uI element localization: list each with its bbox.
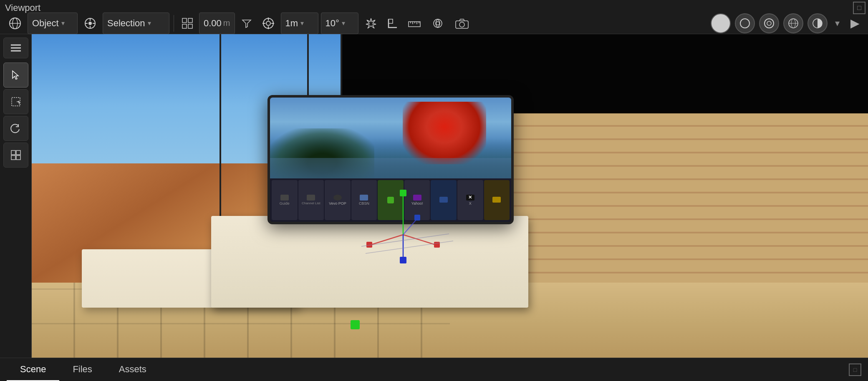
- separator-1: [174, 15, 174, 32]
- position-value[interactable]: 0.00 m: [199, 13, 235, 34]
- svg-rect-40: [11, 150, 15, 155]
- visibility-btn[interactable]: [427, 13, 449, 34]
- svg-point-14: [266, 21, 270, 25]
- selection-chevron: ▾: [148, 19, 151, 27]
- svg-point-25: [434, 19, 442, 28]
- grid-btn[interactable]: [178, 13, 197, 34]
- svg-point-26: [436, 22, 439, 25]
- svg-point-30: [765, 19, 774, 28]
- svg-rect-10: [188, 18, 192, 23]
- tv-app-yahoo: Yahoo!: [404, 180, 430, 220]
- shading-wire-btn[interactable]: [735, 13, 755, 33]
- svg-rect-43: [16, 155, 20, 160]
- snap-value: 1m: [285, 18, 298, 29]
- tool-menu-btn[interactable]: [3, 38, 28, 58]
- viewport-canvas[interactable]: Guide Channel List Vevo POP CBSN: [32, 34, 868, 358]
- play-btn[interactable]: ▶: [847, 13, 863, 34]
- origin-btn[interactable]: [80, 13, 100, 34]
- tv-app-yellow: [484, 180, 510, 220]
- object-indicator-dot: [351, 320, 360, 329]
- bottom-restore-btn[interactable]: □: [849, 363, 861, 376]
- tv-app-vevo: Vevo POP: [325, 180, 351, 220]
- tv-platform: [211, 216, 528, 308]
- window-title: Viewport: [0, 0, 45, 16]
- pivot-btn[interactable]: [384, 13, 402, 34]
- object-mode-chevron: ▾: [61, 19, 65, 27]
- selection-dropdown[interactable]: Selection ▾: [103, 13, 169, 34]
- shading-half-btn[interactable]: [807, 13, 828, 33]
- main-area: Guide Channel List Vevo POP CBSN: [0, 34, 868, 358]
- object-mode-label: Object: [32, 18, 59, 29]
- tab-files[interactable]: Files: [59, 358, 105, 381]
- camera-target-btn[interactable]: [258, 13, 278, 34]
- box-select-tool-btn[interactable]: [3, 89, 28, 114]
- svg-rect-9: [182, 18, 187, 23]
- svg-rect-12: [188, 24, 192, 28]
- tab-scene[interactable]: Scene: [7, 358, 59, 381]
- svg-rect-19: [409, 22, 420, 27]
- svg-point-29: [740, 19, 749, 28]
- left-tool-panel: [0, 34, 32, 358]
- snap-btn[interactable]: [361, 13, 381, 34]
- tv-app-green: [378, 180, 404, 220]
- selection-label: Selection: [107, 18, 145, 29]
- toolbar: Viewport □ Object ▾ Selection ▾: [0, 0, 868, 34]
- tv-frame: Guide Channel List Vevo POP CBSN: [267, 95, 514, 224]
- shading-mat-btn[interactable]: [759, 13, 779, 33]
- svg-point-4: [88, 22, 92, 25]
- shading-more-btn[interactable]: ▾: [832, 13, 843, 34]
- angle-value: 10°: [326, 18, 339, 29]
- svg-rect-11: [182, 24, 187, 28]
- shading-solid-btn[interactable]: [711, 13, 731, 33]
- bottom-bar: Scene Files Assets □: [0, 358, 868, 381]
- svg-rect-42: [11, 155, 15, 160]
- svg-point-31: [767, 21, 771, 25]
- tv-red-tree: [403, 102, 486, 164]
- shading-world-btn[interactable]: [783, 13, 803, 33]
- tv-menu-bar: Guide Channel List Vevo POP CBSN: [270, 178, 511, 222]
- tv-app-channellist: Channel List: [298, 180, 324, 220]
- camera-btn[interactable]: [451, 13, 473, 34]
- svg-rect-41: [16, 150, 20, 155]
- tab-assets[interactable]: Assets: [106, 358, 160, 381]
- svg-point-28: [459, 22, 464, 27]
- snap-dropdown[interactable]: 1m ▾: [281, 13, 318, 34]
- angle-dropdown[interactable]: 10° ▾: [321, 13, 358, 34]
- tv-app-guide: Guide: [272, 180, 298, 220]
- tv-app-blue: [431, 180, 457, 220]
- tv-app-x: ✕ X: [457, 180, 483, 220]
- tv-screen: Guide Channel List Vevo POP CBSN: [267, 95, 514, 224]
- tv-app-cbsn: CBSN: [351, 180, 377, 220]
- tv-water-reflection: [270, 158, 511, 178]
- window-restore-btn[interactable]: □: [853, 2, 865, 14]
- transform-tool-btn[interactable]: [3, 143, 28, 168]
- select-tool-btn[interactable]: [3, 63, 28, 88]
- rotate-tool-btn[interactable]: [3, 116, 28, 141]
- ruler-btn[interactable]: [404, 13, 424, 34]
- filter-btn[interactable]: [237, 13, 256, 34]
- tv-display-content: [270, 98, 511, 178]
